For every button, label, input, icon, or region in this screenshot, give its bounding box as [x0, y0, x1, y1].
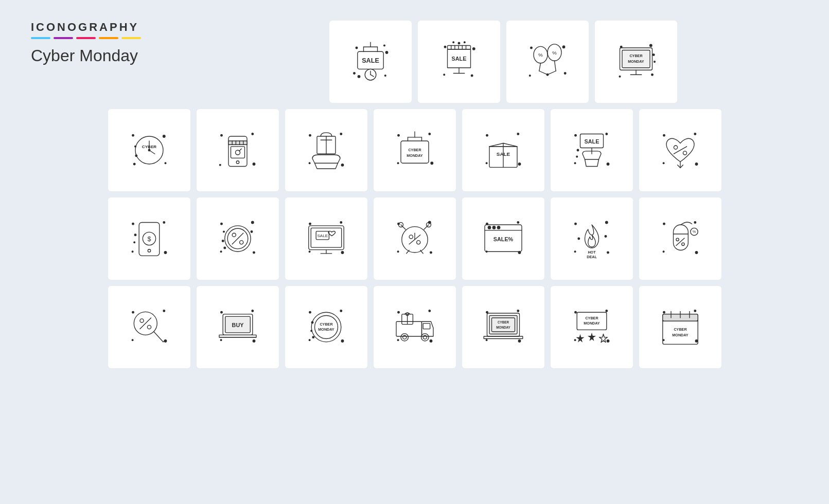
svg-point-4 — [384, 75, 386, 77]
svg-point-92 — [397, 163, 399, 164]
icon-search-percent[interactable] — [108, 286, 190, 368]
svg-point-194 — [663, 223, 665, 225]
svg-point-91 — [431, 162, 433, 165]
svg-point-136 — [134, 234, 136, 236]
svg-rect-252 — [489, 316, 517, 334]
svg-point-216 — [252, 310, 254, 312]
icon-calendar-cyber-monday[interactable]: CYBER MONDAY — [639, 286, 721, 368]
svg-point-187 — [605, 221, 608, 224]
svg-point-67 — [135, 155, 137, 157]
svg-point-141 — [220, 251, 222, 253]
icon-hot-deal[interactable]: HOT DEAL — [551, 197, 633, 280]
svg-point-124 — [674, 146, 677, 149]
header: ICONOGRAPHY Cyber Monday — [31, 21, 319, 103]
svg-line-126 — [674, 147, 686, 154]
icon-browser-sale[interactable]: SALE% — [462, 197, 544, 280]
icon-gift-truck[interactable] — [374, 286, 456, 368]
svg-point-114 — [574, 163, 576, 164]
svg-point-70 — [253, 163, 255, 166]
icon-monitor-cyber-monday[interactable]: CYBER MONDAY — [595, 21, 677, 103]
svg-point-89 — [397, 134, 399, 136]
svg-line-41 — [555, 61, 556, 71]
svg-point-69 — [252, 133, 254, 135]
svg-text:CYBER: CYBER — [408, 148, 421, 152]
svg-point-211 — [147, 325, 151, 329]
icon-sale-box[interactable]: SALE — [462, 109, 544, 191]
svg-text:SALE%: SALE% — [493, 236, 513, 242]
svg-point-151 — [309, 223, 311, 225]
icon-balloons-percent[interactable]: % % — [506, 21, 589, 103]
svg-point-125 — [683, 151, 686, 155]
svg-point-226 — [309, 339, 310, 341]
svg-point-33 — [562, 46, 565, 48]
svg-point-184 — [497, 226, 500, 229]
icon-sale-sign-clock[interactable]: SALE — [329, 21, 412, 103]
svg-text:MONDAY: MONDAY — [584, 321, 599, 326]
svg-point-163 — [430, 251, 432, 254]
svg-point-195 — [694, 222, 696, 224]
svg-point-189 — [574, 251, 576, 253]
svg-point-145 — [239, 241, 243, 244]
icon-alarm-percent[interactable] — [374, 197, 456, 280]
svg-point-154 — [309, 251, 310, 253]
icon-heart-percent[interactable] — [639, 109, 721, 191]
svg-text:MONDAY: MONDAY — [407, 153, 422, 158]
svg-point-210 — [140, 319, 144, 322]
icon-cyber-clock[interactable]: CYBER — [108, 109, 190, 191]
icon-cyber-monday-stars[interactable]: CYBER MONDAY — [551, 286, 633, 368]
svg-marker-263 — [576, 334, 584, 343]
icon-store-sale[interactable]: SALE — [418, 21, 500, 103]
svg-rect-238 — [396, 321, 422, 336]
svg-point-267 — [694, 310, 696, 312]
svg-point-256 — [574, 311, 576, 313]
svg-point-247 — [486, 311, 488, 313]
svg-point-29 — [458, 42, 460, 44]
svg-point-59 — [165, 163, 166, 164]
icon-monitor-sale[interactable]: SALE — [285, 197, 367, 280]
svg-point-113 — [607, 163, 609, 166]
icon-percent-badge[interactable] — [197, 197, 279, 280]
svg-text:MONDAY: MONDAY — [496, 326, 510, 329]
icon-laptop-cyber-monday[interactable]: CYBER MONDAY — [462, 286, 544, 368]
svg-point-197 — [663, 251, 664, 253]
svg-point-1 — [384, 45, 385, 46]
svg-point-232 — [310, 330, 312, 332]
icon-cyber-monday-circle[interactable]: CYBER MONDAY — [285, 286, 367, 368]
svg-text:MONDAY: MONDAY — [318, 327, 334, 332]
icon-mobile-store[interactable] — [197, 109, 279, 191]
svg-line-202 — [676, 238, 684, 245]
color-bar-2 — [54, 37, 73, 39]
svg-point-17 — [471, 75, 473, 77]
icon-cyber-monday-tag[interactable]: CYBER MONDAY — [374, 109, 456, 191]
svg-point-120 — [663, 134, 665, 136]
svg-point-258 — [607, 340, 609, 343]
svg-point-152 — [340, 222, 342, 224]
svg-point-268 — [695, 340, 698, 343]
color-bar-3 — [76, 37, 96, 39]
page-title: Cyber Monday — [31, 46, 319, 65]
svg-point-148 — [222, 240, 224, 242]
icon-mobile-dollar[interactable]: $ — [108, 197, 190, 280]
svg-point-81 — [236, 161, 239, 164]
svg-point-68 — [220, 134, 222, 136]
svg-point-137 — [133, 242, 135, 243]
svg-text:%: % — [552, 50, 557, 56]
svg-point-121 — [694, 133, 696, 135]
icon-laptop-buy[interactable]: BUY — [197, 286, 279, 368]
svg-point-3 — [354, 73, 356, 75]
svg-text:BUY: BUY — [232, 322, 244, 328]
svg-point-248 — [517, 310, 519, 312]
icon-sale-hand[interactable]: SALE — [551, 109, 633, 191]
color-bar-1 — [31, 37, 50, 39]
brand-title: ICONOGRAPHY — [31, 21, 319, 34]
svg-point-60 — [133, 163, 135, 165]
svg-line-14 — [371, 75, 374, 77]
svg-text:CYBER: CYBER — [585, 316, 598, 320]
svg-point-224 — [340, 310, 342, 312]
icon-mouse-percent[interactable]: % — [639, 197, 721, 280]
svg-point-131 — [132, 251, 133, 253]
icon-delivery-box[interactable] — [285, 109, 367, 191]
svg-text:SALE: SALE — [452, 56, 467, 62]
svg-point-243 — [423, 335, 427, 339]
svg-text:CYBER: CYBER — [629, 53, 643, 58]
